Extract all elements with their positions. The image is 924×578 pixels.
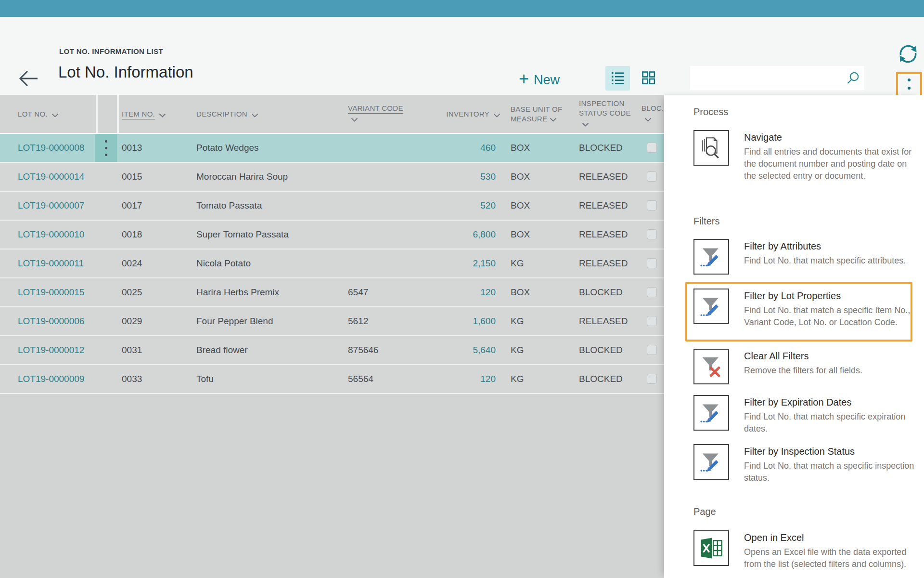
menu-item-description: Find Lot No. that match a specific inspe… [744, 460, 915, 484]
list-view-icon [611, 71, 624, 86]
menu-item-filter-by-attributes[interactable]: Filter by Attributes Find Lot No. that m… [693, 239, 916, 282]
inventory-link[interactable]: 530 [424, 163, 496, 191]
column-header-item-no[interactable]: ITEM NO. [122, 95, 166, 133]
blocked-checkbox [647, 316, 657, 326]
menu-item-description: Find all entries and documents that exis… [744, 146, 915, 182]
inventory-link[interactable]: 1,600 [424, 307, 496, 335]
inspection-status-cell: BLOCKED [579, 278, 623, 306]
blocked-checkbox [647, 374, 657, 384]
column-header-lot-no[interactable]: LOT NO. [18, 95, 59, 133]
menu-item-open-in-excel[interactable]: Open in Excel Opens an Excel file with t… [693, 530, 916, 578]
filter-edit-icon [693, 289, 729, 324]
base-unit-cell: KG [511, 336, 524, 364]
column-header-blocked[interactable]: BLOC... [642, 95, 665, 133]
description-cell: Potato Wedges [196, 134, 259, 162]
inventory-link[interactable]: 6,800 [424, 221, 496, 249]
row-context-menu-button[interactable] [95, 134, 117, 162]
inventory-link[interactable]: 2,150 [424, 250, 496, 277]
menu-item-title: Navigate [744, 131, 915, 143]
column-header-inventory[interactable]: INVENTORY [428, 95, 500, 133]
inventory-link[interactable]: 120 [424, 365, 496, 393]
filter-edit-icon [693, 395, 729, 431]
table-row[interactable]: LOT19-0000015 0025 Harira Herbs Premix 6… [0, 278, 664, 307]
menu-item-title: Open in Excel [744, 532, 915, 543]
chevron-down-icon [159, 111, 166, 119]
column-header-base-unit-of-measure[interactable]: BASE UNIT OF MEASURE [511, 95, 566, 133]
menu-item-navigate[interactable]: Navigate Find all entries and documents … [693, 130, 916, 176]
kebab-dot [908, 79, 911, 81]
item-no-cell: 0018 [122, 221, 142, 249]
lot-no-link[interactable]: LOT19-0000009 [18, 365, 84, 393]
inspection-status-cell: RELEASED [579, 221, 628, 249]
lot-no-link[interactable]: LOT19-0000006 [18, 307, 84, 335]
description-cell: Tofu [196, 365, 214, 393]
search-input[interactable] [690, 66, 864, 90]
inspection-status-cell: BLOCKED [579, 336, 623, 364]
menu-item-title: Filter by Attributes [744, 240, 915, 252]
base-unit-cell: BOX [511, 134, 530, 162]
column-header-inspection-status-code[interactable]: INSPECTION STATUS CODE [579, 95, 631, 133]
lot-no-link[interactable]: LOT19-0000011 [18, 250, 84, 277]
base-unit-cell: KG [511, 250, 524, 277]
excel-icon [693, 530, 729, 566]
lot-no-link[interactable]: LOT19-0000014 [18, 163, 84, 191]
inventory-link[interactable]: 520 [424, 192, 496, 220]
new-button[interactable]: + New [516, 70, 563, 90]
table-row[interactable]: LOT19-0000008 0013 Potato Wedges 460 BOX… [0, 134, 664, 163]
blocked-checkbox [647, 345, 657, 355]
inventory-link[interactable]: 460 [424, 134, 496, 162]
blocked-checkbox [647, 229, 657, 239]
inspection-status-cell: RELEASED [579, 250, 628, 277]
menu-item-description: Find Lot No. that match a specific Item … [744, 304, 915, 328]
item-no-cell: 0033 [122, 365, 142, 393]
inspection-status-cell: BLOCKED [579, 134, 623, 162]
table-row[interactable]: LOT19-0000010 0018 Super Tomato Passata … [0, 221, 664, 250]
menu-item-filter-by-lot-properties[interactable]: Filter by Lot Properties Find Lot No. th… [693, 289, 916, 342]
section-title-process: Process [693, 106, 728, 118]
column-separator [117, 95, 119, 133]
description-cell: Moroccan Harira Soup [196, 163, 288, 191]
lot-no-link[interactable]: LOT19-0000008 [18, 134, 84, 162]
inventory-link[interactable]: 120 [424, 278, 496, 306]
item-no-cell: 0031 [122, 336, 142, 364]
menu-item-filter-by-inspection-status[interactable]: Filter by Inspection Status Find Lot No.… [693, 444, 916, 487]
description-cell: Super Tomato Passata [196, 221, 289, 249]
action-menu-panel: Process Navigate Find all entries and do… [664, 95, 924, 578]
page-caption: LOT NO. INFORMATION LIST [59, 47, 163, 55]
tile-view-button[interactable] [636, 66, 661, 91]
chevron-down-icon [582, 119, 589, 129]
blocked-checkbox [647, 171, 657, 182]
item-no-cell: 0024 [122, 250, 142, 277]
chevron-down-icon [550, 118, 557, 122]
menu-item-clear-all-filters[interactable]: Clear All Filters Remove the filters for… [693, 349, 916, 387]
description-cell: Bread flower [196, 336, 248, 364]
table-row[interactable]: LOT19-0000012 0031 Bread flower 875646 5… [0, 336, 664, 365]
column-separator [96, 95, 98, 133]
section-title-filters: Filters [693, 216, 719, 227]
description-cell: Tomato Passata [196, 192, 262, 220]
base-unit-cell: BOX [511, 278, 530, 306]
column-header-description[interactable]: DESCRIPTION [196, 95, 258, 133]
back-button[interactable] [16, 67, 40, 91]
table-row[interactable]: LOT19-0000014 0015 Moroccan Harira Soup … [0, 163, 664, 192]
column-header-variant-code[interactable]: VARIANT CODE [348, 95, 411, 133]
table-row[interactable]: LOT19-0000007 0017 Tomato Passata 520 BO… [0, 192, 664, 221]
lot-no-link[interactable]: LOT19-0000010 [18, 221, 84, 249]
menu-item-filter-by-expiration-dates[interactable]: Filter by Expiration Dates Find Lot No. … [693, 395, 916, 438]
table-row[interactable]: LOT19-0000006 0029 Four Pepper Blend 561… [0, 307, 664, 336]
description-cell: Harira Herbs Premix [196, 278, 279, 306]
inspection-status-cell: RELEASED [579, 307, 628, 335]
filter-edit-icon [693, 444, 729, 480]
variant-code-cell: 875646 [348, 336, 378, 364]
lot-no-link[interactable]: LOT19-0000012 [18, 336, 84, 364]
refresh-button[interactable] [896, 42, 920, 66]
lot-no-link[interactable]: LOT19-0000007 [18, 192, 84, 220]
lot-no-link[interactable]: LOT19-0000015 [18, 278, 84, 306]
table-row[interactable]: LOT19-0000011 0024 Nicola Potato 2,150 K… [0, 250, 664, 278]
inventory-link[interactable]: 5,640 [424, 336, 496, 364]
list-view-button[interactable] [605, 66, 630, 91]
table-row[interactable]: LOT19-0000009 0033 Tofu 56564 120 KG BLO… [0, 365, 664, 394]
blocked-checkbox [647, 287, 657, 297]
item-no-cell: 0015 [122, 163, 142, 191]
filter-edit-icon [693, 239, 729, 275]
